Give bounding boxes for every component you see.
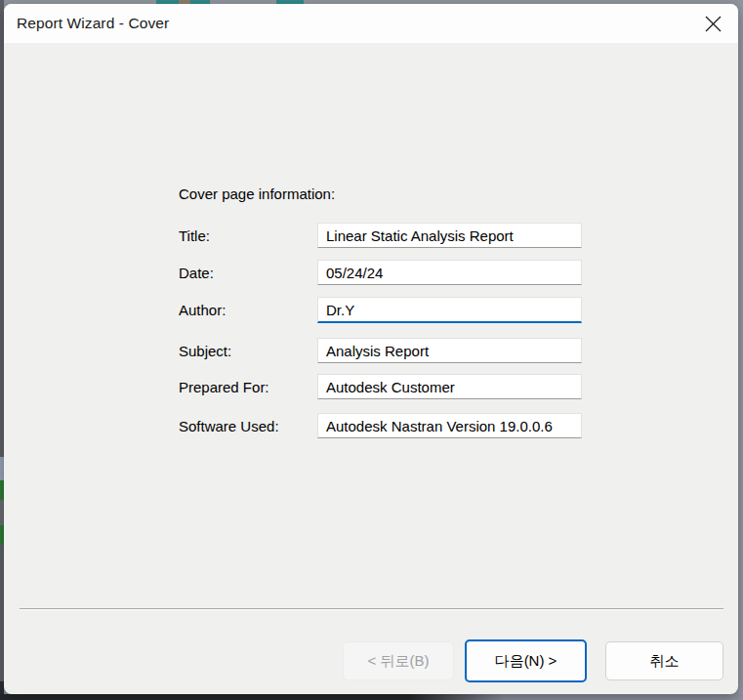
window-title: Report Wizard - Cover [4,15,169,32]
title-input[interactable] [317,223,582,248]
back-button[interactable]: < 뒤로(B) [343,641,454,680]
date-label: Date: [179,260,317,286]
screen: Report Wizard - Cover Cover page informa… [0,0,743,700]
report-wizard-cover-dialog: Report Wizard - Cover Cover page informa… [4,4,738,694]
software-used-label: Software Used: [179,413,317,439]
background-right-strip [738,0,743,700]
next-button[interactable]: 다음(N) > [465,639,587,682]
author-input[interactable] [317,297,582,323]
title-label: Title: [179,223,317,249]
background-bottom-strip [0,694,743,700]
cancel-button[interactable]: 취소 [605,641,723,680]
section-label: Cover page information: [179,185,335,202]
date-input[interactable] [317,260,582,285]
footer-separator [20,608,723,610]
prepared-for-label: Prepared For: [179,374,317,400]
subject-input[interactable] [317,338,582,363]
close-icon [704,15,722,33]
close-button[interactable] [700,11,726,37]
subject-label: Subject: [179,338,317,364]
titlebar[interactable]: Report Wizard - Cover [4,4,738,43]
author-label: Author: [179,297,317,323]
software-used-input[interactable] [317,413,582,438]
prepared-for-input[interactable] [317,374,582,399]
